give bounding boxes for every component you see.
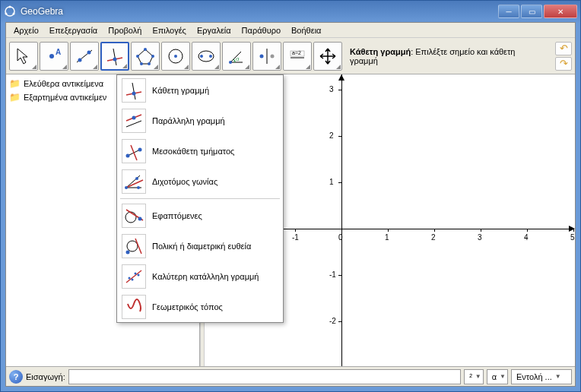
svg-line-50 (135, 239, 141, 254)
input-field[interactable] (68, 369, 461, 384)
svg-point-54 (132, 279, 134, 281)
undo-button[interactable]: ↶ (555, 42, 572, 55)
svg-text:α: α (236, 55, 240, 62)
tool-circle[interactable] (161, 42, 190, 71)
tool-perpendicular[interactable] (100, 42, 129, 71)
window-controls: ─ ▭ ✕ (498, 5, 577, 18)
dd-label: Κάθετη γραμμή (152, 86, 209, 95)
svg-point-53 (129, 277, 131, 280)
svg-point-18 (174, 55, 177, 58)
svg-point-25 (260, 54, 264, 58)
dd-label: Παράλληλη γραμμή (152, 116, 225, 125)
angle-bisector-icon (122, 169, 146, 194)
dd-label: Γεωμετρικός τόπος (152, 302, 223, 311)
tool-reflect[interactable] (252, 42, 281, 71)
combo-command[interactable]: Εντολή ...▼ (511, 369, 572, 384)
combo-superscript[interactable]: ²▼ (464, 369, 484, 384)
parallel-line-icon (122, 109, 146, 133)
svg-point-20 (200, 55, 203, 58)
dd-polar-line[interactable]: Πολική ή διαμετρική ευθεία (117, 231, 283, 261)
toolbar: A α a=2 Κάθετη γραμμή: Επιλέξτε σημείο κ… (6, 38, 575, 74)
client-area: Αρχείο Επεξεργασία Προβολή Επιλογές Εργα… (5, 22, 576, 387)
titlebar: GeoGebra ─ ▭ ✕ (1, 1, 580, 22)
svg-line-41 (126, 175, 140, 188)
close-button[interactable]: ✕ (544, 5, 577, 18)
dd-label: Μεσοκάθετη τμήματος (152, 147, 234, 156)
tool-slider[interactable]: a=2 (283, 42, 312, 71)
dd-locus[interactable]: Γεωμετρικός τόπος (117, 292, 283, 322)
svg-point-1 (9, 6, 11, 8)
maximize-button[interactable]: ▭ (521, 5, 542, 18)
undo-redo-group: ↶ ↷ (555, 42, 572, 71)
menu-view[interactable]: Προβολή (103, 24, 146, 36)
menu-tools[interactable]: Εργαλεία (192, 24, 236, 36)
tool-polygon[interactable] (131, 42, 160, 71)
dd-parallel-line[interactable]: Παράλληλη γραμμή (117, 106, 283, 136)
svg-point-16 (136, 55, 139, 58)
menubar: Αρχείο Επεξεργασία Προβολή Επιλογές Εργα… (6, 23, 575, 38)
input-label: Εισαγωγή: (26, 372, 65, 381)
svg-point-44 (137, 186, 140, 189)
app-window: GeoGebra ─ ▭ ✕ Αρχείο Επεξεργασία Προβολ… (0, 0, 581, 392)
dd-label: Εφαπτόμενες (152, 211, 202, 220)
menu-help[interactable]: Βοήθεια (287, 24, 325, 36)
dd-label: Καλύτερη κατάλληλη γραμμή (152, 272, 259, 281)
locus-icon (122, 295, 146, 319)
tangents-icon (122, 204, 146, 228)
tool-line[interactable] (70, 42, 99, 71)
tool-conic[interactable] (192, 42, 221, 71)
svg-line-33 (126, 121, 141, 127)
svg-point-4 (49, 54, 54, 58)
dd-label: Διχοτόμος γωνίας (152, 177, 217, 186)
menu-file[interactable]: Αρχείο (9, 24, 43, 36)
combo-greek[interactable]: α▼ (487, 369, 508, 384)
tool-dropdown: Κάθετη γραμμή Παράλληλη γραμμή Μεσοκάθετ… (116, 74, 284, 323)
tool-point[interactable]: A (40, 42, 68, 71)
svg-line-42 (126, 180, 143, 188)
svg-point-12 (144, 48, 147, 51)
minimize-button[interactable]: ─ (498, 5, 519, 18)
menu-edit[interactable]: Επεξεργασία (45, 24, 102, 36)
svg-point-13 (151, 55, 154, 58)
svg-line-52 (126, 270, 141, 283)
svg-point-45 (135, 177, 138, 180)
svg-point-7 (78, 58, 82, 62)
svg-point-15 (140, 62, 143, 65)
svg-point-32 (132, 92, 136, 96)
tool-hint-title: Κάθετη γραμμή (350, 47, 411, 56)
svg-point-11 (113, 57, 117, 61)
tool-move-view[interactable] (313, 42, 342, 71)
svg-point-48 (138, 217, 142, 221)
dd-best-fit-line[interactable]: Καλύτερη κατάλληλη γραμμή (117, 261, 283, 292)
svg-point-56 (138, 274, 140, 277)
redo-button[interactable]: ↷ (555, 57, 572, 71)
svg-point-22 (229, 61, 232, 64)
dd-tangents[interactable]: Εφαπτόμενες (117, 201, 283, 231)
tool-move[interactable] (9, 42, 38, 71)
help-icon[interactable]: ? (9, 370, 23, 384)
dd-perpendicular-bisector[interactable]: Μεσοκάθετη τμήματος (117, 136, 283, 166)
svg-point-55 (135, 273, 137, 275)
menu-window[interactable]: Παράθυρο (237, 24, 285, 36)
svg-point-26 (271, 54, 275, 58)
tool-angle[interactable]: α (222, 42, 251, 71)
svg-point-38 (126, 154, 130, 158)
svg-point-14 (148, 62, 151, 65)
svg-point-39 (138, 148, 142, 152)
perpendicular-line-icon (122, 78, 146, 103)
window-title: GeoGebra (21, 6, 498, 17)
input-bar: ? Εισαγωγή: ²▼ α▼ Εντολή ...▼ (6, 366, 575, 386)
dd-label: Πολική ή διαμετρική ευθεία (152, 242, 251, 251)
svg-point-46 (125, 212, 136, 223)
polar-line-icon (122, 234, 146, 258)
dd-perpendicular-line[interactable]: Κάθετη γραμμή (117, 75, 283, 106)
menu-options[interactable]: Επιλογές (148, 24, 191, 36)
svg-point-2 (13, 13, 15, 15)
svg-point-8 (87, 50, 91, 54)
dd-angle-bisector[interactable]: Διχοτόμος γωνίας (117, 166, 283, 197)
workspace: 📁 Ελεύθερα αντικείμενα 📁 Εξαρτημένα αντι… (6, 74, 575, 366)
folder-icon: 📁 (9, 78, 21, 89)
folder-icon: 📁 (9, 92, 21, 103)
svg-point-21 (209, 55, 212, 58)
svg-point-49 (127, 241, 138, 251)
